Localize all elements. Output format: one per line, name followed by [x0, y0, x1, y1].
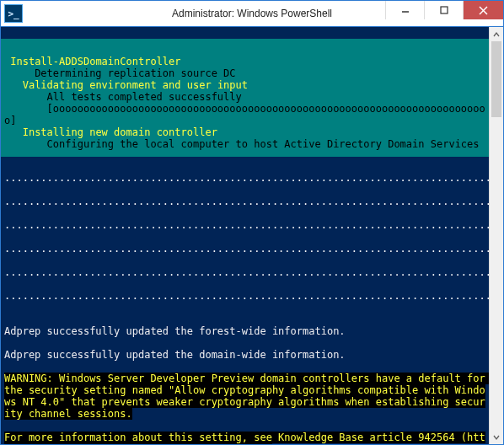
icon-glyph: >_ [8, 9, 19, 19]
progress-cmd: Install-ADDSDomainController [10, 56, 180, 67]
warning-crypto: WARNING: Windows Server Developer Previe… [4, 373, 489, 420]
window-controls [385, 1, 503, 19]
progress-panel: Install-ADDSDomainController Determining… [1, 39, 489, 157]
chevron-up-icon [493, 31, 500, 38]
scroll-thumb[interactable] [491, 41, 501, 117]
client-area: Install-ADDSDomainController Determining… [1, 26, 503, 444]
scroll-up-button[interactable] [490, 27, 503, 41]
minimize-button[interactable] [385, 1, 424, 19]
separator-dots: ........................................… [4, 219, 489, 231]
scroll-down-button[interactable] [490, 430, 503, 444]
separator-dots: ........................................… [4, 172, 489, 184]
scroll-track[interactable] [490, 41, 503, 430]
info-kb-link: For more information about this setting,… [4, 432, 485, 444]
progress-step: Installing new domain controller [23, 126, 217, 138]
svg-rect-1 [441, 7, 448, 13]
adprep-forest-msg: Adprep successfully updated the forest-w… [4, 325, 346, 337]
close-button[interactable] [463, 1, 503, 19]
progress-task: Configuring the local computer to host A… [47, 138, 480, 150]
progress-bar: [ooooooooooooooooooooooooooooooooooooooo… [4, 103, 485, 126]
minimize-icon [401, 6, 410, 14]
chevron-down-icon [493, 434, 500, 441]
vertical-scrollbar[interactable] [489, 27, 503, 444]
separator-dots: ........................................… [4, 266, 489, 278]
progress-step: Validating environment and user input [23, 79, 248, 91]
powershell-window: >_ Administrator: Windows PowerShell Ins… [0, 0, 504, 445]
adprep-domain-msg: Adprep successfully updated the domain-w… [4, 349, 346, 361]
maximize-icon [440, 6, 448, 14]
close-icon [479, 6, 488, 15]
powershell-icon: >_ [4, 4, 23, 23]
separator-dots: ........................................… [4, 243, 489, 255]
separator-dots: ........................................… [4, 290, 489, 302]
separator-dots: ........................................… [4, 196, 489, 207]
titlebar[interactable]: >_ Administrator: Windows PowerShell [1, 1, 503, 26]
maximize-button[interactable] [424, 1, 463, 19]
console-output[interactable]: Install-ADDSDomainController Determining… [1, 27, 489, 444]
progress-step: Determining replication source DC [35, 67, 235, 79]
progress-result: All tests completed successfully [47, 91, 242, 103]
